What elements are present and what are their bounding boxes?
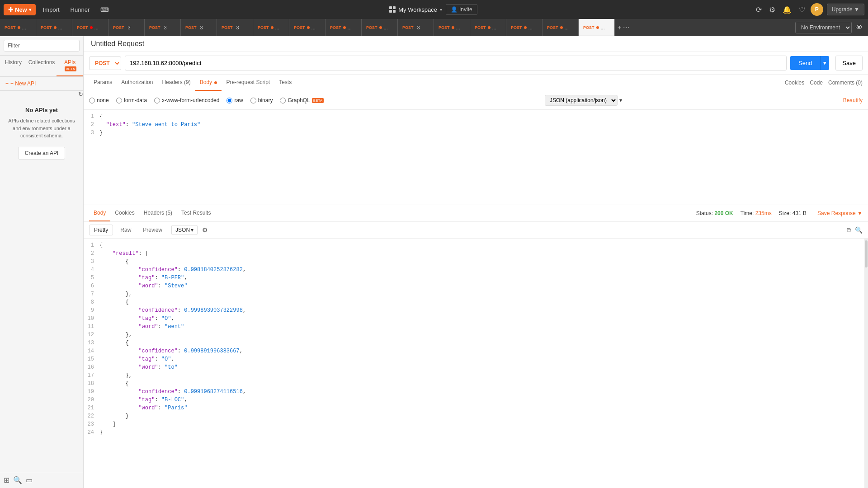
search-input[interactable] <box>4 40 80 52</box>
create-api-button[interactable]: Create an API <box>18 147 66 160</box>
code-button[interactable]: ⌨ <box>97 5 113 15</box>
tab-13[interactable]: POST ... <box>470 19 506 36</box>
tab-dot <box>90 26 93 29</box>
tab-pre-request[interactable]: Pre-request Script <box>222 75 274 91</box>
body-none-radio[interactable] <box>89 98 95 103</box>
tab-authorization[interactable]: Authorization <box>117 75 157 91</box>
tab-10[interactable]: POST ... <box>362 19 398 36</box>
upgrade-button[interactable]: Upgrade ▼ <box>827 4 864 15</box>
sync-button[interactable]: ⟳ <box>754 4 764 16</box>
terminal-icon-btn[interactable]: ▭ <box>26 476 33 484</box>
tab-3[interactable]: POST 3 <box>108 19 145 36</box>
body-binary-option[interactable]: binary <box>250 97 273 103</box>
resp-tab-test-results[interactable]: Test Results <box>177 205 215 221</box>
comments-link[interactable]: Comments (0) <box>828 80 863 86</box>
refresh-button[interactable]: ↻ <box>78 91 83 98</box>
tab-2[interactable]: POST ... <box>72 19 108 36</box>
body-graphql-option[interactable]: GraphQL BETA <box>280 97 324 103</box>
body-raw-radio[interactable] <box>226 98 232 103</box>
tab-add-more[interactable]: + ⋯ <box>615 24 632 31</box>
settings-button[interactable]: ⚙ <box>767 4 777 16</box>
tab-body[interactable]: Body <box>195 75 222 91</box>
method-select[interactable]: POST <box>89 56 121 70</box>
body-urlencoded-radio[interactable] <box>154 98 160 103</box>
resp-tab-headers[interactable]: Headers (5) <box>139 205 177 221</box>
resp-line-11: 11 "word": "went" <box>84 324 868 332</box>
resp-copy-button[interactable]: ⧉ <box>847 226 851 234</box>
tab-4[interactable]: POST 3 <box>145 19 181 36</box>
tab-15[interactable]: POST ... <box>542 19 579 36</box>
save-response-button[interactable]: Save Response ▼ <box>817 210 863 216</box>
resp-line-12: 12 }, <box>84 332 868 340</box>
line-content: "confidence": 0.9998939037322998, <box>99 307 868 315</box>
send-button[interactable]: Send <box>790 56 820 70</box>
resp-tab-cookies[interactable]: Cookies <box>110 205 139 221</box>
avatar[interactable]: P <box>811 3 823 16</box>
resp-filter-button[interactable]: ⚙ <box>202 226 208 234</box>
tab-8[interactable]: POST ... <box>289 19 326 36</box>
line-content: "confidence": 0.9981840252876282, <box>99 267 868 275</box>
scrollbar[interactable] <box>864 239 868 488</box>
tab-1[interactable]: POST ... <box>36 19 72 36</box>
new-button[interactable]: ✚ New ▾ <box>4 4 36 15</box>
sidebar-item-history[interactable]: History <box>0 56 27 76</box>
body-graphql-radio[interactable] <box>280 98 286 103</box>
tab-11[interactable]: POST 3 <box>398 19 434 36</box>
body-none-option[interactable]: none <box>89 97 109 103</box>
resp-line-5: 5 "tag": "B-PER", <box>84 275 868 283</box>
body-raw-option[interactable]: raw <box>226 97 243 103</box>
bell-button[interactable]: 🔔 <box>781 4 793 16</box>
more-tabs-icon[interactable]: ⋯ <box>623 24 629 31</box>
tab-label: ... <box>275 25 279 30</box>
tab-active[interactable]: POST ... <box>579 19 615 36</box>
environment-selector[interactable]: No Environment 👁 <box>792 22 868 33</box>
tab-12[interactable]: POST ... <box>434 19 470 36</box>
heart-button[interactable]: ♡ <box>797 4 807 16</box>
tab-method: POST <box>511 25 522 30</box>
new-api-button[interactable]: + + New API <box>0 77 83 91</box>
tab-6[interactable]: POST 3 <box>217 19 253 36</box>
body-binary-radio[interactable] <box>250 98 256 103</box>
resp-line-14: 14 "confidence": 0.999891996383667, <box>84 348 868 356</box>
search-icon-btn[interactable]: 🔍 <box>13 476 22 484</box>
resp-format-badge[interactable]: JSON ▾ <box>171 225 198 235</box>
invite-button[interactable]: 👤 Invite <box>446 4 477 15</box>
tab-params[interactable]: Params <box>89 75 117 91</box>
runner-button[interactable]: Runner <box>67 5 94 15</box>
format-dropdown[interactable]: JSON (application/json) <box>545 95 618 106</box>
resp-subtab-preview[interactable]: Preview <box>138 225 167 235</box>
send-dropdown-button[interactable]: ▾ <box>820 56 829 70</box>
cookies-link[interactable]: Cookies <box>785 80 804 86</box>
save-button[interactable]: Save <box>835 56 863 70</box>
tab-label: ... <box>565 25 569 30</box>
beautify-button[interactable]: Beautify <box>843 97 863 103</box>
body-formdata-radio[interactable] <box>116 98 122 103</box>
sidebar-item-apis[interactable]: APIs BETA <box>57 56 83 76</box>
body-formdata-option[interactable]: form-data <box>116 97 147 103</box>
tab-0[interactable]: POST ... <box>0 19 36 36</box>
tab-5[interactable]: POST 3 <box>181 19 217 36</box>
sidebar-item-collections[interactable]: Collections <box>27 56 57 76</box>
tab-9[interactable]: POST ... <box>326 19 362 36</box>
body-urlencoded-option[interactable]: x-www-form-urlencoded <box>154 97 219 103</box>
tab-dot <box>452 26 454 29</box>
tab-7[interactable]: POST ... <box>253 19 289 36</box>
resp-subtab-raw[interactable]: Raw <box>116 225 136 235</box>
workspace-button[interactable]: My Workspace ▾ <box>389 6 442 13</box>
tab-tests[interactable]: Tests <box>274 75 296 91</box>
grid-icon-btn[interactable]: ⊞ <box>4 476 9 484</box>
code-link[interactable]: Code <box>810 80 823 86</box>
add-tab-icon[interactable]: + <box>618 24 621 31</box>
resp-tab-body[interactable]: Body <box>89 205 110 221</box>
environment-select[interactable]: No Environment <box>795 22 852 33</box>
resp-subtab-pretty[interactable]: Pretty <box>89 225 113 235</box>
tab-headers[interactable]: Headers (9) <box>157 75 195 91</box>
workspace-label: My Workspace <box>398 6 437 13</box>
response-code-viewer[interactable]: 1 { 2 "result": [ 3 { 4 "confidence": 0.… <box>84 239 868 488</box>
eye-icon-btn[interactable]: 👁 <box>854 22 864 33</box>
resp-search-button[interactable]: 🔍 <box>855 226 863 234</box>
import-button[interactable]: Import <box>39 5 63 15</box>
request-body-editor[interactable]: 1 { 2 "text": "Steve went to Paris" 3 } <box>84 110 868 205</box>
url-input[interactable] <box>125 56 787 70</box>
tab-14[interactable]: POST ... <box>506 19 542 36</box>
